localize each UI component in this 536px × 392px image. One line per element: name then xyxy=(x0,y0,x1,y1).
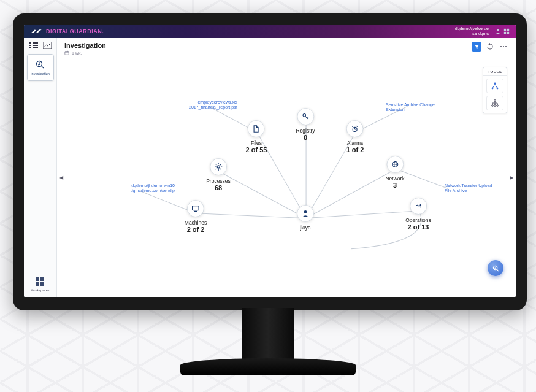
svg-line-36 xyxy=(216,169,216,169)
svg-point-50 xyxy=(494,83,496,85)
tools-title: TOOLS xyxy=(483,67,507,76)
user-avatar-icon[interactable] xyxy=(495,28,501,34)
node-operations[interactable]: Operations 2 of 13 xyxy=(405,198,431,231)
monitor-icon xyxy=(191,204,200,213)
rail-card-label: Investigation xyxy=(31,72,50,75)
rail-workspaces-label: Workspaces xyxy=(31,288,49,292)
svg-rect-18 xyxy=(40,282,44,286)
rail-tab-chart[interactable] xyxy=(42,40,53,50)
annotation-alarms: Sensitive Archive Change Extension xyxy=(386,102,441,112)
node-machines-label: Machines xyxy=(185,220,207,226)
svg-line-40 xyxy=(307,117,308,118)
brand-logo: DIGITALGUARDIAN. xyxy=(30,28,104,34)
node-network[interactable]: Network 3 xyxy=(385,156,404,189)
annotation-machines: dgdemo\jl-demo-win10 dgmcdemo.com\sendip xyxy=(120,183,175,193)
graph-edges xyxy=(57,58,516,292)
page-title: Investigation xyxy=(64,42,106,49)
svg-point-56 xyxy=(492,105,494,107)
calendar-icon xyxy=(64,50,69,55)
graph-canvas[interactable]: employeereviews.xls 2017_financial_repor… xyxy=(57,58,516,297)
node-center-label: jloya xyxy=(300,225,310,231)
svg-rect-19 xyxy=(65,52,69,55)
node-user-center[interactable]: jloya xyxy=(297,205,314,231)
annotation-files: employeereviews.xls 2017_financial_repor… xyxy=(182,100,237,110)
rail-workspaces[interactable]: Workspaces xyxy=(31,276,49,292)
svg-point-26 xyxy=(304,210,307,213)
file-icon xyxy=(252,125,261,133)
svg-line-45 xyxy=(357,126,358,126)
svg-point-66 xyxy=(494,266,496,267)
user-icon xyxy=(301,209,310,218)
refresh-button[interactable] xyxy=(485,42,495,52)
rail-tab-list[interactable] xyxy=(28,40,39,50)
content-row: Investigation Workspaces Investigation 1… xyxy=(24,38,516,297)
top-bar: DIGITALGUARDIAN. dgdemo\jvalverde se-dgm… xyxy=(24,25,516,38)
refresh-icon xyxy=(486,43,494,50)
left-rail: Investigation Workspaces xyxy=(24,38,57,297)
svg-rect-8 xyxy=(33,45,38,46)
node-processes-value: 68 xyxy=(215,184,222,191)
svg-point-49 xyxy=(419,204,421,206)
monitor-stand-base xyxy=(180,358,356,375)
monitor-frame: DIGITALGUARDIAN. dgdemo\jvalverde se-dgm… xyxy=(13,13,527,310)
svg-point-0 xyxy=(497,29,499,31)
time-range: 1 wk. xyxy=(72,51,82,55)
node-files-label: Files xyxy=(251,140,262,146)
svg-rect-10 xyxy=(33,47,38,48)
svg-rect-27 xyxy=(193,206,199,210)
brand-text: DIGITALGUARDIAN. xyxy=(46,28,104,34)
svg-rect-3 xyxy=(504,32,506,34)
svg-line-37 xyxy=(220,164,221,165)
svg-point-64 xyxy=(493,266,497,269)
node-alarms-label: Alarms xyxy=(347,140,363,146)
operations-icon xyxy=(414,202,423,210)
expand-right[interactable]: ▶ xyxy=(510,175,513,180)
dots-icon xyxy=(500,43,507,50)
user-name: dgdemo\jvalverde xyxy=(455,26,489,31)
svg-line-54 xyxy=(495,84,497,88)
monitor-stand-neck xyxy=(242,308,294,362)
svg-line-53 xyxy=(493,84,495,88)
workspaces-icon xyxy=(34,276,45,287)
gear-icon xyxy=(214,163,223,171)
svg-line-65 xyxy=(496,269,498,271)
tool-tree[interactable] xyxy=(486,79,503,93)
more-button[interactable] xyxy=(499,42,508,52)
svg-rect-1 xyxy=(504,29,506,31)
svg-rect-9 xyxy=(29,47,31,48)
node-alarms[interactable]: Alarms 1 of 2 xyxy=(346,120,364,153)
node-registry-label: Registry xyxy=(296,128,315,134)
filter-button[interactable] xyxy=(472,42,481,52)
user-tenant: se-dgmc xyxy=(455,31,489,36)
floating-action-button[interactable] xyxy=(488,260,503,276)
node-network-value: 3 xyxy=(393,182,397,189)
brand-primary: DIGITAL xyxy=(46,28,70,34)
node-processes[interactable]: Processes 68 xyxy=(206,158,231,191)
investigate-icon xyxy=(492,264,500,272)
tool-hierarchy[interactable] xyxy=(486,96,503,110)
node-alarms-value: 1 of 2 xyxy=(346,146,364,153)
hierarchy-icon xyxy=(491,99,499,107)
funnel-icon xyxy=(474,44,480,50)
node-machines[interactable]: Machines 2 of 2 xyxy=(185,200,207,233)
svg-point-55 xyxy=(494,100,496,102)
svg-point-25 xyxy=(505,46,507,47)
svg-point-57 xyxy=(494,105,496,107)
apps-icon[interactable] xyxy=(503,28,510,34)
expand-left[interactable]: ◀ xyxy=(59,175,63,180)
svg-point-29 xyxy=(217,166,220,168)
svg-rect-16 xyxy=(40,277,44,281)
svg-rect-5 xyxy=(29,42,31,44)
svg-line-35 xyxy=(220,169,221,169)
brand-icon xyxy=(30,28,42,34)
node-registry[interactable]: Registry 0 xyxy=(296,108,315,141)
node-files[interactable]: Files 2 of 55 xyxy=(246,120,267,153)
svg-point-58 xyxy=(497,105,499,107)
alarm-icon xyxy=(351,125,359,133)
node-machines-value: 2 of 2 xyxy=(187,226,205,233)
svg-rect-17 xyxy=(36,282,39,286)
node-network-label: Network xyxy=(385,175,404,182)
svg-rect-15 xyxy=(36,277,39,281)
rail-card-investigation[interactable]: Investigation xyxy=(27,54,54,81)
node-operations-value: 2 of 13 xyxy=(408,223,429,231)
